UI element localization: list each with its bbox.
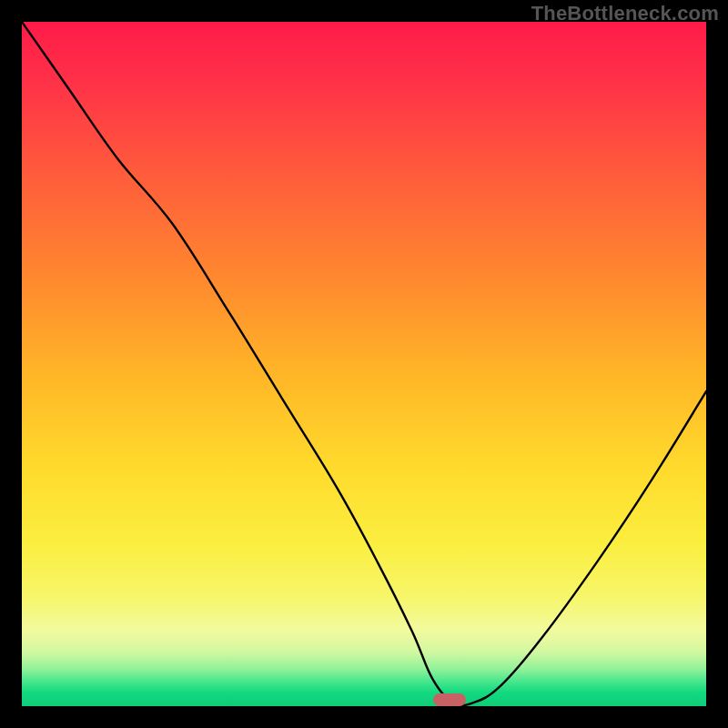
bottleneck-curve (22, 22, 706, 706)
curve-path (22, 22, 706, 705)
plot-area (22, 22, 706, 706)
watermark-text: TheBottleneck.com (531, 2, 719, 25)
optimum-marker (433, 693, 466, 706)
chart-stage: TheBottleneck.com (0, 0, 728, 728)
